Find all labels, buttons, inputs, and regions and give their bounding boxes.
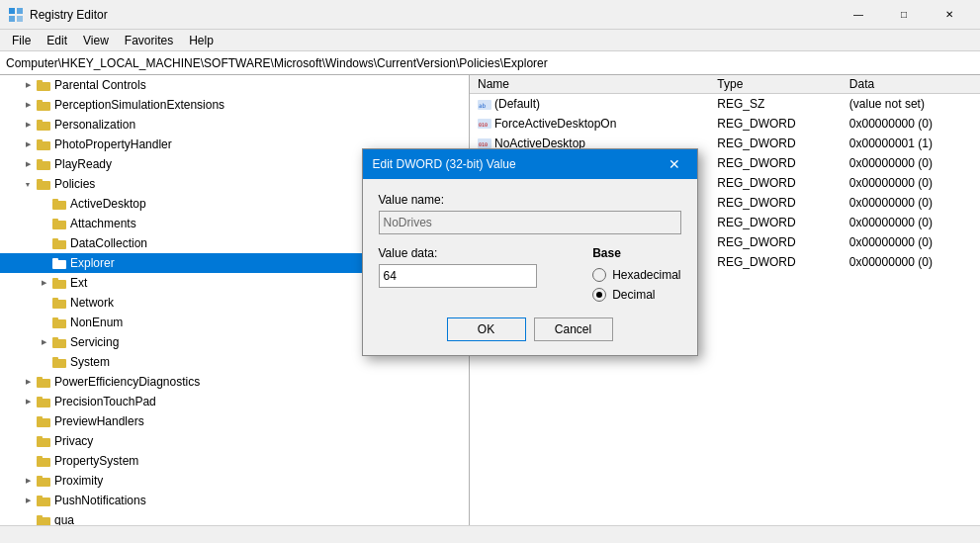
ok-button[interactable]: OK (447, 317, 526, 341)
svg-rect-31 (52, 337, 58, 340)
svg-rect-37 (37, 397, 43, 400)
tree-item-qua[interactable]: qua (0, 510, 469, 525)
tree-item-powerefficiency[interactable]: PowerEfficiencyDiagnostics (0, 372, 469, 392)
tree-label: Personalization (54, 118, 135, 132)
value-data-label: Value data: (379, 246, 578, 260)
tree-item-personalization[interactable]: Personalization (0, 115, 469, 135)
expander-ext[interactable] (36, 275, 51, 291)
tree-label: Explorer (70, 256, 115, 270)
cell-name: 010ForceActiveDesktopOn (470, 114, 709, 134)
menu-file[interactable]: File (4, 32, 39, 49)
svg-rect-24 (52, 280, 66, 289)
folder-icon (36, 414, 51, 428)
svg-rect-9 (37, 120, 43, 123)
app-title: Registry Editor (30, 8, 108, 22)
menu-view[interactable]: View (75, 32, 117, 49)
svg-rect-30 (52, 339, 66, 348)
address-bar: Computer\HKEY_LOCAL_MACHINE\SOFTWARE\Mic… (0, 51, 980, 75)
svg-rect-19 (52, 219, 58, 222)
svg-rect-22 (52, 260, 66, 269)
cell-type: REG_DWORD (709, 173, 842, 193)
table-row[interactable]: ab(Default) REG_SZ (value not set) (470, 94, 980, 114)
cell-data: 0x00000000 (0) (842, 232, 980, 252)
cell-data: 0x00000000 (0) (842, 173, 980, 193)
expander-parental[interactable] (20, 77, 36, 93)
svg-rect-32 (52, 359, 66, 368)
menu-edit[interactable]: Edit (39, 32, 75, 49)
cancel-button[interactable]: Cancel (534, 317, 613, 341)
tree-label: Attachments (70, 217, 136, 230)
tree-item-perception[interactable]: PerceptionSimulationExtensions (0, 95, 469, 115)
expander-pushnotifications[interactable] (20, 493, 36, 508)
hexadecimal-label: Hexadecimal (612, 268, 680, 282)
maximize-button[interactable]: □ (881, 0, 927, 30)
svg-rect-15 (37, 179, 43, 182)
tree-item-parental[interactable]: Parental Controls (0, 75, 469, 95)
hexadecimal-radio[interactable] (592, 268, 606, 282)
menu-help[interactable]: Help (181, 32, 222, 49)
expander-photoproperty[interactable] (20, 136, 36, 152)
svg-rect-45 (37, 476, 43, 479)
folder-icon (36, 78, 51, 92)
value-data-section: Value data: (379, 246, 578, 288)
tree-item-proximity[interactable]: Proximity (0, 471, 469, 491)
folder-icon (36, 434, 51, 448)
title-bar: Registry Editor — □ ✕ (0, 0, 980, 30)
modal-close-button[interactable]: ✕ (662, 151, 687, 177)
folder-icon (51, 316, 67, 329)
minimize-button[interactable]: — (836, 0, 881, 30)
expander-personalization[interactable] (20, 117, 36, 133)
cell-type: REG_SZ (709, 94, 842, 114)
tree-label: Ext (70, 276, 87, 290)
tree-item-precisiontouchpad[interactable]: PrecisionTouchPad (0, 392, 469, 411)
table-row[interactable]: 010ForceActiveDesktopOn REG_DWORD 0x0000… (470, 114, 980, 134)
cell-data: 0x00000001 (1) (842, 134, 980, 153)
tree-label: PropertySystem (54, 454, 138, 468)
modal-title-bar: Edit DWORD (32-bit) Value ✕ (363, 149, 697, 179)
value-name-label: Value name: (379, 193, 681, 207)
tree-label: Privacy (54, 434, 93, 448)
svg-rect-40 (37, 438, 50, 447)
expander-perception[interactable] (20, 97, 36, 113)
tree-item-pushnotifications[interactable]: PushNotifications (0, 491, 469, 510)
menu-favorites[interactable]: Favorites (117, 32, 181, 49)
svg-rect-4 (37, 82, 50, 91)
folder-icon (51, 276, 67, 290)
expander-servicing[interactable] (36, 334, 51, 350)
title-bar-left: Registry Editor (8, 7, 108, 23)
value-name-input[interactable] (379, 211, 681, 234)
tree-label: DataCollection (70, 236, 147, 250)
decimal-radio[interactable] (592, 288, 606, 302)
folder-icon (36, 454, 51, 468)
close-button[interactable]: ✕ (927, 0, 972, 30)
svg-rect-42 (37, 458, 50, 467)
svg-rect-33 (52, 357, 58, 360)
hexadecimal-option[interactable]: Hexadecimal (592, 268, 680, 282)
decimal-option[interactable]: Decimal (592, 288, 680, 302)
folder-icon (51, 256, 67, 270)
folder-icon (51, 335, 67, 349)
window-controls: — □ ✕ (836, 0, 972, 30)
expander-precisiontouchpad[interactable] (20, 394, 36, 409)
tree-item-privacy[interactable]: Privacy (0, 431, 469, 451)
tree-item-propertysystem[interactable]: PropertySystem (0, 451, 469, 471)
cell-data: 0x00000000 (0) (842, 114, 980, 134)
svg-rect-34 (37, 379, 50, 388)
expander-policies[interactable] (20, 176, 36, 192)
folder-icon (51, 236, 67, 250)
expander-playready[interactable] (20, 156, 36, 172)
expander-powerefficiency[interactable] (20, 374, 36, 390)
value-data-input[interactable] (379, 264, 537, 288)
svg-rect-7 (37, 100, 43, 103)
folder-icon (51, 197, 67, 211)
tree-label: NonEnum (70, 316, 123, 329)
cell-type: REG_DWORD (709, 114, 842, 134)
cell-data: 0x00000000 (0) (842, 213, 980, 232)
cell-type: REG_DWORD (709, 153, 842, 173)
expander-proximity[interactable] (20, 473, 36, 489)
cell-data: 0x00000000 (0) (842, 252, 980, 272)
tree-item-previewhandlers[interactable]: PreviewHandlers (0, 411, 469, 431)
folder-icon (36, 474, 51, 488)
tree-label: qua (54, 513, 74, 525)
tree-label: System (70, 355, 110, 369)
